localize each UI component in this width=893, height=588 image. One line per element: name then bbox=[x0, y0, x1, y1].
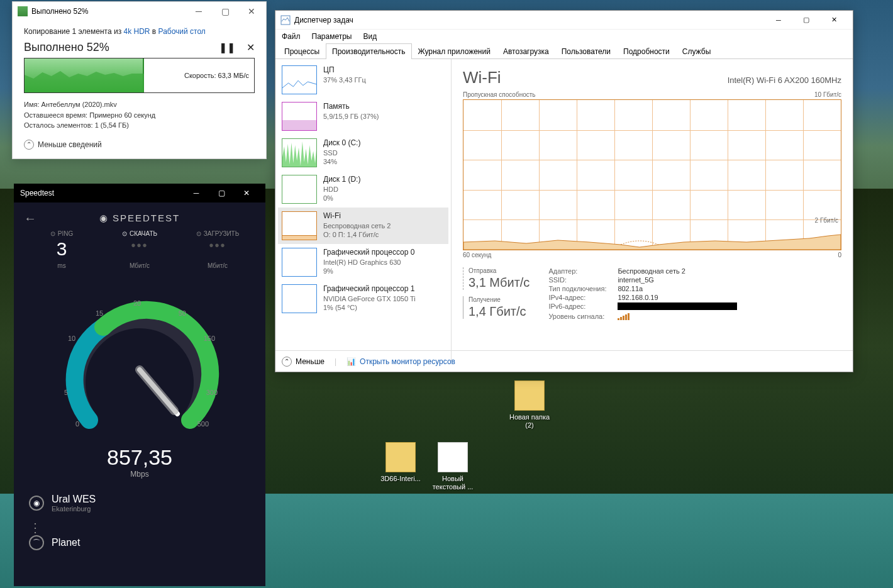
server-row[interactable]: ⌒ Planet bbox=[29, 535, 250, 550]
tab-performance[interactable]: Производительность bbox=[326, 43, 411, 59]
sidebar-item-cpu[interactable]: ЦП37% 3,43 ГГц bbox=[278, 62, 448, 98]
upload-icon: ⊙ bbox=[196, 230, 201, 237]
sidebar-item-gpu0[interactable]: Графический процессор 0Intel(R) HD Graph… bbox=[278, 244, 448, 280]
speedtest-titlebar[interactable]: Speedtest ─ ▢ ✕ bbox=[14, 184, 265, 202]
tab-processes[interactable]: Процессы bbox=[278, 43, 326, 59]
desktop-file-textdoc[interactable]: Новый текстовый ... bbox=[428, 442, 478, 491]
speed-label: Скорость: 63,3 МБ/с bbox=[184, 72, 249, 79]
menu-view[interactable]: Вид bbox=[363, 32, 377, 41]
speedtest-logo: ◉SPEEDTEST bbox=[14, 202, 265, 230]
tab-startup[interactable]: Автозагрузка bbox=[497, 43, 555, 59]
ping-icon: ⊙ bbox=[50, 230, 55, 237]
speedtest-window: Speedtest ─ ▢ ✕ ← ◉SPEEDTEST ⊙PING 3 ms … bbox=[14, 184, 265, 586]
pause-button[interactable]: ❚❚ bbox=[219, 42, 235, 53]
disk-thumb-icon bbox=[282, 175, 317, 204]
isp-icon: ◉ bbox=[29, 496, 44, 511]
tm-sidebar: ЦП37% 3,43 ГГц Память5,9/15,9 ГБ (37%) Д… bbox=[275, 59, 452, 361]
resmon-icon: 📊 bbox=[347, 357, 356, 366]
signal-strength-icon bbox=[618, 313, 630, 320]
gpu-thumb-icon bbox=[282, 248, 317, 277]
throughput-chart: 2 Гбит/с bbox=[463, 99, 841, 250]
isp-row[interactable]: ◉ Ural WESEkaterinburg bbox=[29, 494, 250, 513]
task-manager-window: Диспетчер задач ─ ▢ ✕ Файл Параметры Вид… bbox=[275, 10, 853, 372]
sidebar-item-wifi[interactable]: Wi-FiБеспроводная сеть 2 О: 0 П: 1,4 Гби… bbox=[278, 208, 448, 244]
menu-options[interactable]: Параметры bbox=[312, 32, 352, 41]
tm-detail-pane: Wi-Fi Intel(R) Wi-Fi 6 AX200 160MHz Проп… bbox=[452, 59, 853, 361]
chevron-up-icon: ⌃ bbox=[24, 140, 34, 150]
close-button[interactable]: ✕ bbox=[820, 11, 848, 29]
cancel-button[interactable]: ✕ bbox=[247, 42, 255, 53]
copy-title-text: Выполнено 52% bbox=[31, 7, 89, 16]
desktop-folder-3d66[interactable]: 3D66-Interi... bbox=[375, 442, 426, 483]
send-stat: Отправка 3,1 Мбит/с bbox=[463, 267, 530, 290]
dest-link[interactable]: Рабочий стол bbox=[158, 27, 206, 36]
tm-menubar: Файл Параметры Вид bbox=[275, 30, 853, 43]
tm-footer: ⌃ Меньше | 📊 Открыть монитор ресурсов bbox=[275, 350, 853, 372]
download-icon: ⊙ bbox=[122, 230, 127, 237]
copy-titlebar[interactable]: Выполнено 52% ─ ▢ ✕ bbox=[13, 2, 266, 21]
tab-users[interactable]: Пользователи bbox=[555, 43, 617, 59]
receive-stat: Получение 1,4 Гбит/с bbox=[463, 296, 530, 319]
copy-dialog: Выполнено 52% ─ ▢ ✕ Копирование 1 элемен… bbox=[12, 1, 267, 159]
cpu-thumb-icon bbox=[282, 65, 317, 94]
close-button[interactable]: ✕ bbox=[234, 184, 259, 202]
adapter-model: Intel(R) Wi-Fi 6 AX200 160MHz bbox=[728, 75, 841, 85]
sidebar-item-disk0[interactable]: Диск 0 (C:)SSD 34% bbox=[278, 135, 448, 171]
wifi-icon: ⌒ bbox=[29, 535, 44, 550]
connection-details: Адаптер:Беспроводная сеть 2 SSID:interne… bbox=[548, 267, 737, 323]
speed-gauge: 0 5 10 15 20 50 150 300 500 bbox=[58, 288, 221, 452]
back-button[interactable]: ← bbox=[24, 211, 36, 226]
redacted-ipv6 bbox=[618, 302, 737, 310]
progress-text: Выполнено 52% bbox=[24, 41, 109, 54]
task-manager-icon bbox=[280, 15, 291, 25]
text-document-icon bbox=[438, 442, 468, 472]
chevron-up-icon: ⌃ bbox=[282, 357, 292, 367]
open-resmon-link[interactable]: 📊 Открыть монитор ресурсов bbox=[347, 357, 455, 366]
maximize-button[interactable]: ▢ bbox=[792, 11, 820, 29]
wifi-thumb-icon bbox=[282, 211, 317, 240]
ping-metric: ⊙PING 3 ms bbox=[23, 230, 101, 269]
disk-thumb-icon bbox=[282, 138, 317, 167]
tab-details[interactable]: Подробности bbox=[617, 43, 676, 59]
fewer-details-button[interactable]: ⌃ Меньше bbox=[282, 357, 324, 367]
toggle-details-button[interactable]: ⌃ Меньше сведений bbox=[24, 140, 255, 150]
minimize-button[interactable]: ─ bbox=[184, 184, 209, 202]
folder-icon bbox=[385, 442, 416, 472]
source-link[interactable]: 4k HDR bbox=[123, 27, 150, 36]
menu-file[interactable]: Файл bbox=[282, 32, 301, 41]
gauge-icon: ◉ bbox=[99, 213, 109, 224]
copy-description: Копирование 1 элемента из 4k HDR в Рабоч… bbox=[24, 27, 255, 36]
memory-thumb-icon bbox=[282, 102, 317, 131]
more-indicator: ⋮ bbox=[29, 520, 250, 535]
detail-heading: Wi-Fi bbox=[463, 68, 501, 87]
sidebar-item-disk1[interactable]: Диск 1 (D:)HDD 0% bbox=[278, 171, 448, 208]
tm-tabstrip: Процессы Производительность Журнал прило… bbox=[275, 43, 853, 59]
maximize-button[interactable]: ▢ bbox=[216, 6, 235, 16]
copy-throughput-graph: Скорость: 63,3 МБ/с bbox=[24, 58, 255, 93]
copy-progress-icon bbox=[18, 6, 28, 16]
sidebar-item-memory[interactable]: Память5,9/15,9 ГБ (37%) bbox=[278, 98, 448, 135]
minimize-button[interactable]: ─ bbox=[189, 6, 208, 16]
gpu-thumb-icon bbox=[282, 284, 317, 313]
tm-titlebar[interactable]: Диспетчер задач ─ ▢ ✕ bbox=[275, 11, 853, 30]
tab-app-history[interactable]: Журнал приложений bbox=[412, 43, 497, 59]
close-button[interactable]: ✕ bbox=[242, 6, 261, 16]
download-metric: ⊙СКАЧАТЬ ••• Мбит/с bbox=[101, 230, 179, 269]
folder-icon bbox=[514, 380, 545, 411]
copy-metadata: Имя: Антебеллум (2020).mkv Оставшееся вр… bbox=[24, 99, 255, 131]
upload-metric: ⊙ЗАГРУЗИТЬ ••• Мбит/с bbox=[179, 230, 257, 269]
maximize-button[interactable]: ▢ bbox=[209, 184, 234, 202]
desktop-folder-new[interactable]: Новая папка (2) bbox=[504, 380, 555, 430]
minimize-button[interactable]: ─ bbox=[765, 11, 792, 29]
tab-services[interactable]: Службы bbox=[676, 43, 717, 59]
sidebar-item-gpu1[interactable]: Графический процессор 1NVIDIA GeForce GT… bbox=[278, 280, 448, 317]
